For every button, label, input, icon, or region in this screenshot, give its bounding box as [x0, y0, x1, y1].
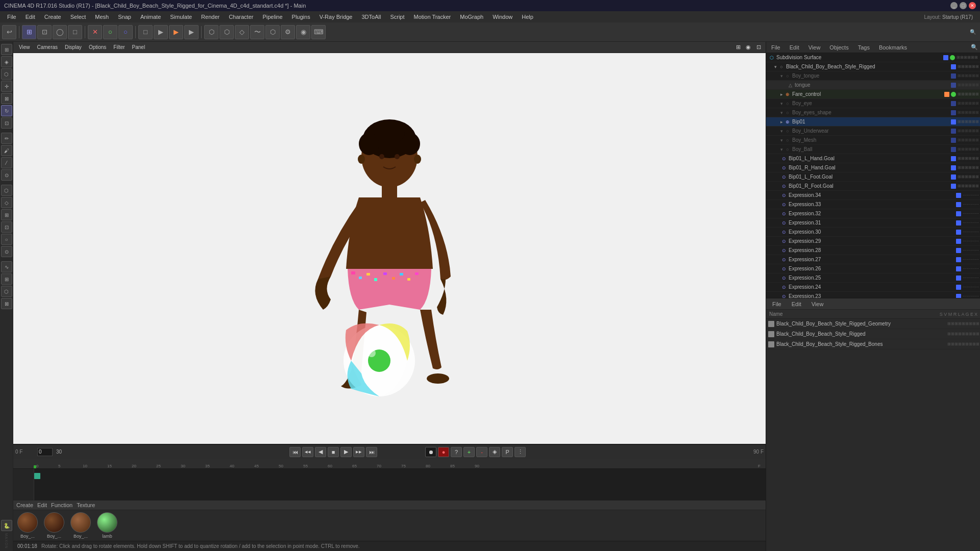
sel-key-button[interactable]: ◈	[489, 447, 500, 457]
tree-item-expression-28[interactable]: ⊙ Expression.28 ⋯⋯⋯⋯	[766, 246, 980, 255]
vp-menu-filter[interactable]: Filter	[111, 44, 127, 51]
om-tab-tags[interactable]: Tags	[855, 43, 873, 52]
fare-green[interactable]	[951, 92, 956, 97]
menu-animate[interactable]: Animate	[136, 13, 165, 21]
tree-item-boy-eyes-shape[interactable]: ▾ ○ Boy_eyes_shape ⊞⊞⊞⊞⊞⊞	[766, 108, 980, 117]
menu-3dto[interactable]: 3DToAll	[357, 13, 385, 21]
tool-bevel[interactable]: ◇	[1, 197, 12, 208]
lfoot-vis[interactable]	[951, 174, 956, 180]
mode-edge[interactable]: ◯	[53, 25, 67, 39]
tree-item-bip01[interactable]: ▸ ⊕ Bip01 ⊞⊞⊞⊞⊞⊞	[766, 117, 980, 127]
key-all-button[interactable]: ?	[451, 447, 462, 457]
undo-button[interactable]: ↩	[2, 25, 16, 39]
axis-x[interactable]: ✕	[88, 25, 102, 39]
expr-vis-29[interactable]	[956, 239, 961, 244]
expr-vis-24[interactable]	[956, 285, 961, 290]
mat-tab-texture[interactable]: Texture	[77, 502, 95, 508]
boy-eye-vis[interactable]	[951, 101, 956, 106]
om-search-icon[interactable]: 🔍	[971, 44, 978, 51]
axis-y[interactable]: ○	[103, 25, 117, 39]
menu-motion[interactable]: Motion Tracker	[410, 13, 455, 21]
rhand-vis[interactable]	[951, 165, 956, 170]
frame-input[interactable]	[37, 448, 53, 456]
expand-boy-eye[interactable]: ▾	[780, 101, 783, 106]
material-item-2[interactable]: Boy_...	[42, 512, 66, 539]
tree-item-bip01-r-foot-goal[interactable]: ⊙ Bip01_R_Foot.Goal ⊞⊞⊞⊞⊞⊞	[766, 182, 980, 191]
tree-item-boy-underwear[interactable]: ▾ ○ Boy_Underwear ⊞⊞⊞⊞⊞⊞	[766, 127, 980, 136]
axis-z[interactable]: ○	[118, 25, 133, 39]
menu-select[interactable]: Select	[66, 13, 90, 21]
menu-script[interactable]: Script	[386, 13, 408, 21]
tree-item-expression-24[interactable]: ⊙ Expression.24 ⋯⋯⋯⋯	[766, 283, 980, 292]
tree-item-expression-30[interactable]: ⊙ Expression.30 ⋯⋯⋯⋯	[766, 228, 980, 237]
menu-pipeline[interactable]: Pipeline	[258, 13, 286, 21]
om-tab-view[interactable]: View	[805, 43, 824, 52]
vp-menu-cameras[interactable]: Cameras	[35, 44, 61, 51]
material-item-1[interactable]: Boy_...	[15, 512, 40, 539]
prev-frame-button[interactable]: P	[502, 447, 513, 457]
tool-morph[interactable]: ⊞	[1, 273, 12, 285]
expr-vis-23[interactable]	[956, 294, 961, 298]
bip01-vis[interactable]	[951, 119, 956, 124]
render-region[interactable]: ▶	[169, 25, 183, 39]
menu-file[interactable]: File	[3, 13, 20, 21]
render-view[interactable]: ▶	[154, 25, 168, 39]
mat-tab-create[interactable]: Create	[16, 502, 33, 508]
vp-cam-icon[interactable]: ◉	[744, 43, 752, 52]
move-tool[interactable]: ◇	[235, 25, 249, 39]
expand-mesh[interactable]: ▾	[780, 138, 783, 143]
expand-bip01[interactable]: ▸	[780, 119, 783, 124]
vp-menu-panel[interactable]: Panel	[130, 44, 148, 51]
select-tool[interactable]: ⬡	[219, 25, 234, 39]
tree-item-expression-34[interactable]: ⊙ Expression.34 ⋯⋯⋯⋯	[766, 191, 980, 200]
tree-item-subdivision[interactable]: ⬡ Subdivision Surface ⊞⊞⊞⊞⊞⊞	[766, 53, 980, 62]
om-tab-bookmarks[interactable]: Bookmarks	[876, 43, 910, 52]
expr-vis-31[interactable]	[956, 220, 961, 226]
expand-icon-black[interactable]: ▾	[774, 64, 777, 69]
tool-iron[interactable]: ⊙	[1, 246, 12, 257]
tree-item-boy-mesh[interactable]: ▾ ○ Boy_Mesh ⊞⊞⊞⊞⊞⊞	[766, 136, 980, 145]
menu-plugins[interactable]: Plugins	[288, 13, 314, 21]
expand-underwear[interactable]: ▾	[780, 129, 783, 134]
tool-python[interactable]: 🐍	[1, 520, 12, 531]
vp-lock-icon[interactable]: ⊞	[734, 43, 742, 52]
bc-vis-dot[interactable]	[951, 64, 956, 69]
mode-texture[interactable]: ⊡	[37, 25, 52, 39]
tree-item-expression-33[interactable]: ⊙ Expression.33 ⋯⋯⋯⋯	[766, 200, 980, 209]
tree-item-boy-eye[interactable]: ▾ ○ Boy_eye ⊞⊞⊞⊞⊞⊞	[766, 99, 980, 108]
stop-button[interactable]: ■	[328, 447, 339, 457]
tool-free[interactable]: ⊡	[1, 117, 12, 129]
tool-bridge[interactable]: ⊞	[1, 209, 12, 220]
ball-vis[interactable]	[951, 147, 956, 152]
om-tab-file[interactable]: File	[768, 43, 783, 52]
menu-edit[interactable]: Edit	[21, 13, 39, 21]
expand-eyes-shape[interactable]: ▾	[780, 110, 783, 115]
expand-boy-tongue[interactable]: ▾	[780, 73, 783, 79]
menu-create[interactable]: Create	[40, 13, 65, 21]
tree-item-bip01-l-hand-goal[interactable]: ⊙ Bip01_L_Hand.Goal ⊞⊞⊞⊞⊞⊞	[766, 154, 980, 163]
tool-paint[interactable]: ⬡	[1, 68, 12, 80]
material-item-4[interactable]: lamb	[95, 512, 119, 539]
tree-item-expression-29[interactable]: ⊙ Expression.29 ⋯⋯⋯⋯	[766, 237, 980, 246]
om-tab-objects[interactable]: Objects	[826, 43, 851, 52]
render-active[interactable]: ▶	[184, 25, 199, 39]
mesh-vis[interactable]	[951, 138, 956, 143]
viewport[interactable]	[13, 53, 766, 444]
tool-move[interactable]: ✛	[1, 81, 12, 92]
script-tool[interactable]: ⌨	[311, 25, 326, 39]
tool-knife[interactable]: ∕	[1, 157, 12, 168]
play-button[interactable]: ▶	[340, 447, 352, 457]
tool-spline[interactable]: ∿	[1, 261, 12, 272]
menu-character[interactable]: Character	[225, 13, 257, 21]
rotate-tool[interactable]: ⬡	[265, 25, 280, 39]
tool-magnet[interactable]: ⊙	[1, 169, 12, 181]
tool-brush[interactable]: 🖌	[1, 145, 12, 156]
expr-vis-30[interactable]	[956, 230, 961, 235]
record-button[interactable]: ⏺	[425, 447, 436, 457]
tool-slide[interactable]: ⊡	[1, 221, 12, 233]
light-tool[interactable]: ⚙	[281, 25, 295, 39]
tree-item-fare-control[interactable]: ▸ ⊕ Fare_control ⊞⊞⊞⊞⊞⊞	[766, 90, 980, 99]
tree-item-expression-25[interactable]: ⊙ Expression.25 ⋯⋯⋯⋯	[766, 273, 980, 283]
tree-item-expression-27[interactable]: ⊙ Expression.27 ⋯⋯⋯⋯	[766, 255, 980, 264]
close-button[interactable]: ✕	[969, 2, 976, 9]
